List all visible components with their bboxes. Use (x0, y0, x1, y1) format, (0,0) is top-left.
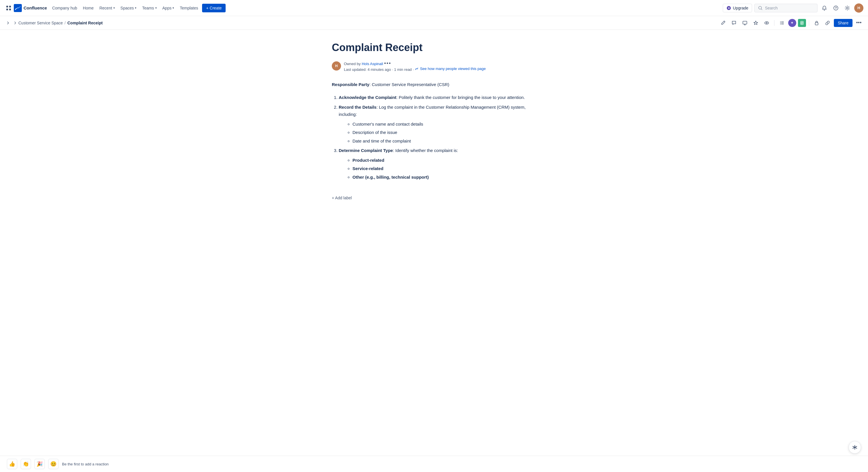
subitem-2-3: Date and time of the complaint (352, 137, 536, 145)
help-icon: ? (833, 5, 838, 11)
bullet-list-button[interactable] (777, 19, 786, 28)
more-options-button[interactable]: ••• (854, 19, 863, 28)
owner-link[interactable]: Hols Aspinall (362, 62, 383, 66)
share-button[interactable]: Share (834, 19, 852, 27)
lock-icon (814, 20, 819, 26)
spaces-chevron-icon: ▾ (135, 6, 136, 9)
breadcrumb-space-name: Customer Service Space (19, 21, 63, 25)
upgrade-icon: ✦ (726, 6, 731, 10)
step-2: Record the Details: Log the complaint in… (339, 103, 536, 145)
star-icon (753, 20, 758, 26)
subitem-2-1: Customer's name and contact details (352, 121, 536, 128)
svg-line-8 (761, 9, 762, 10)
step-1: Acknowledge the Complaint: Politely than… (339, 94, 536, 101)
chart-icon (415, 67, 419, 71)
search-bar[interactable]: Search (754, 4, 817, 12)
help-button[interactable]: ? (831, 3, 840, 12)
svg-rect-15 (780, 22, 781, 22)
confluence-logo[interactable]: Confluence (14, 4, 47, 12)
author-avatar: H (332, 61, 341, 71)
svg-rect-25 (815, 23, 818, 25)
last-updated: Last updated: 4 minutes ago (344, 67, 391, 72)
search-placeholder: Search (765, 6, 778, 10)
responsible-party-label: Responsible Party (332, 82, 369, 87)
steps-list: Acknowledge the Complaint: Politely than… (332, 94, 536, 181)
responsible-party-value: : Customer Service Representative (CSR) (369, 82, 449, 87)
svg-rect-12 (743, 21, 747, 24)
responsible-party-line: Responsible Party: Customer Service Repr… (332, 81, 536, 88)
watch-button[interactable] (762, 19, 771, 28)
create-button[interactable]: + Create (202, 4, 226, 12)
sidebar-toggle[interactable] (5, 20, 11, 26)
edit-icon (720, 20, 725, 26)
breadcrumb-bar: Customer Service Space / Complaint Recei… (0, 16, 868, 30)
search-icon (758, 6, 763, 10)
link-button[interactable] (823, 19, 832, 28)
nav-templates[interactable]: Templates (177, 4, 201, 12)
owner-menu[interactable]: ••• (384, 61, 391, 66)
app-name: Confluence (24, 5, 47, 10)
breadcrumb-space-toggle[interactable]: Customer Service Space (13, 21, 63, 25)
svg-text:✦: ✦ (727, 7, 730, 10)
star-button[interactable] (751, 19, 761, 28)
settings-button[interactable] (843, 3, 852, 12)
top-navigation: Confluence Company hub Home Recent ▾ Spa… (0, 0, 868, 16)
svg-rect-3 (9, 9, 11, 10)
upgrade-button[interactable]: ✦ Upgrade (723, 4, 752, 12)
chevron-right-icon (6, 21, 10, 25)
nav-company-hub[interactable]: Company hub (50, 4, 80, 12)
subitem-3-2: Service-related (352, 165, 536, 172)
user-avatar[interactable]: H (854, 3, 863, 12)
step-1-text: : Politely thank the customer for bringi… (396, 95, 525, 100)
notifications-button[interactable] (820, 3, 829, 12)
list-icon (779, 20, 784, 26)
page-metadata: H Owned by Hols Aspinall ••• Last update… (332, 61, 536, 72)
page-title: Complaint Receipt (332, 41, 536, 54)
grid-icon[interactable] (5, 4, 12, 12)
nav-home[interactable]: Home (80, 4, 96, 12)
subitem-2-2: Description of the issue (352, 129, 536, 136)
step-3: Determine Complaint Type: Identify wheth… (339, 147, 536, 181)
space-expand-icon (13, 21, 17, 25)
comment-icon (732, 20, 737, 26)
nav-teams[interactable]: Teams ▾ (139, 4, 159, 12)
page-content: Complaint Receipt H Owned by Hols Aspina… (325, 30, 543, 224)
add-label-text: + Add label (332, 196, 352, 200)
nav-apps[interactable]: Apps ▾ (160, 4, 177, 12)
svg-rect-2 (6, 9, 8, 10)
edit-button[interactable] (718, 19, 727, 28)
add-label-button[interactable]: + Add label (332, 194, 536, 201)
comment-button[interactable] (730, 19, 739, 28)
svg-point-14 (766, 22, 767, 24)
present-button[interactable] (740, 19, 749, 28)
step-2-subitems: Customer's name and contact details Desc… (339, 121, 536, 145)
recent-chevron-icon: ▾ (113, 6, 115, 9)
breadcrumb-separator: / (65, 21, 66, 25)
eye-icon (764, 20, 769, 26)
subitem-3-3: Other (e.g., billing, technical support) (352, 173, 536, 181)
svg-rect-17 (780, 23, 781, 23)
teams-chevron-icon: ▾ (155, 6, 157, 9)
read-time: 1 min read (394, 67, 412, 72)
owned-by-label: Owned by (344, 62, 361, 66)
svg-text:?: ? (835, 6, 837, 10)
svg-point-11 (846, 7, 848, 9)
step-3-subitems: Product-related Service-related Other (e… (339, 157, 536, 181)
step-2-title: Record the Details (339, 105, 377, 109)
nav-recent[interactable]: Recent ▾ (96, 4, 117, 12)
doc-icon (800, 21, 804, 25)
user-presence-icon[interactable]: ✦ (788, 19, 796, 27)
nav-spaces[interactable]: Spaces ▾ (118, 4, 140, 12)
apps-chevron-icon: ▾ (173, 6, 174, 9)
link-icon (825, 20, 830, 26)
lock-button[interactable] (812, 19, 821, 28)
page-body: Responsible Party: Customer Service Repr… (332, 81, 536, 181)
toolbar-divider (774, 20, 774, 26)
editor-icon[interactable] (798, 19, 806, 27)
breadcrumb-current-page: Complaint Receipt (67, 21, 103, 25)
subitem-3-1: Product-related (352, 157, 536, 164)
svg-point-13 (765, 22, 769, 24)
bell-icon (822, 5, 827, 11)
present-icon (742, 20, 747, 26)
view-count-link[interactable]: See how many people viewed this page (415, 67, 486, 71)
